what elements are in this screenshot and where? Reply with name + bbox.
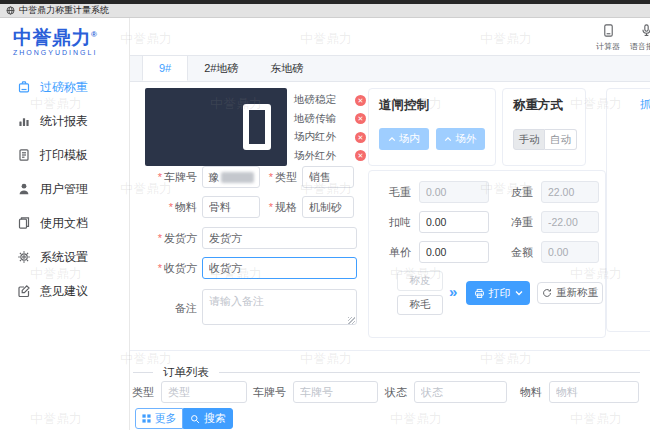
sidebar-item-reports[interactable]: 统计报表 <box>0 104 129 138</box>
filter-type-label: 类型 <box>132 385 154 400</box>
scale-status-list: 地磅稳定 ✕ 地磅传输 ✕ 场内红外 ✕ 场外红外 ✕ <box>294 91 366 165</box>
filter-state: 状态 <box>385 381 507 403</box>
deduct-input[interactable] <box>419 211 489 233</box>
more-button[interactable]: 更多 <box>135 408 183 429</box>
registered-mark: ® <box>91 30 97 39</box>
search-button[interactable]: 搜索 <box>183 408 233 429</box>
capture-link[interactable]: 抓拍 <box>640 98 650 110</box>
document-icon <box>17 216 31 230</box>
filter-state-input[interactable] <box>414 381 507 403</box>
sidebar-item-label: 使用文档 <box>40 215 88 232</box>
status-label: 场外红外 <box>294 149 336 163</box>
filter-state-label: 状态 <box>385 385 407 400</box>
status-scale-transmit: 地磅传输 ✕ <box>294 110 366 129</box>
filter-type: 类型 <box>132 381 247 403</box>
mode-manual-button[interactable]: 手动 <box>513 129 545 150</box>
refresh-icon <box>542 288 552 298</box>
weigh-mode-title: 称重方式 <box>513 97 575 114</box>
calculator-label: 计算器 <box>590 41 626 52</box>
sidebar-item-weighing[interactable]: 过磅称重 <box>0 70 129 104</box>
gross-input <box>419 181 489 203</box>
sidebar-item-label: 意见建议 <box>40 283 88 300</box>
window-title: 中誉鼎力称重计量系统 <box>19 4 109 17</box>
plate-label: 车牌号 <box>145 170 202 185</box>
chevron-up-icon <box>388 136 396 142</box>
sidebar: 中誉鼎力® ZHONGYUDINGLI 过磅称重 统计报表 <box>0 18 130 430</box>
capture-card: 抓拍 <box>606 88 650 332</box>
brand-name: 中誉鼎力® <box>13 25 129 48</box>
sidebar-item-label: 用户管理 <box>40 181 88 198</box>
gross-label: 毛重 <box>377 185 411 200</box>
sidebar-item-feedback[interactable]: 意见建议 <box>0 274 129 308</box>
remark-textarea[interactable] <box>202 289 357 325</box>
error-circle-icon: ✕ <box>355 132 366 143</box>
amount-label: 金额 <box>499 245 533 260</box>
sidebar-item-settings[interactable]: 系统设置 <box>0 240 129 274</box>
status-infrared-out: 场外红外 ✕ <box>294 147 366 166</box>
spec-input[interactable] <box>302 196 354 218</box>
calculator-icon <box>602 24 615 37</box>
status-infrared-in: 场内红外 ✕ <box>294 128 366 147</box>
sidebar-item-users[interactable]: 用户管理 <box>0 172 129 206</box>
section-divider <box>130 350 650 351</box>
microphone-icon <box>640 24 650 37</box>
sender-label: 发货方 <box>145 231 202 246</box>
reweigh-button[interactable]: 重新称重 <box>537 282 603 304</box>
plate-input[interactable]: 豫 <box>202 166 260 188</box>
status-scale-stable: 地磅稳定 ✕ <box>294 91 366 110</box>
sidebar-item-print-template[interactable]: 打印模板 <box>0 138 129 172</box>
search-icon <box>190 414 200 424</box>
deduct-label: 扣吨 <box>377 215 411 230</box>
weights-card: 毛重 皮重 扣吨 净重 单价 金额 称皮 称 <box>368 170 606 338</box>
status-label: 地磅稳定 <box>294 93 336 107</box>
brand-subtitle: ZHONGYUDINGLI <box>13 49 129 56</box>
price-label: 单价 <box>377 245 411 260</box>
sidebar-menu: 过磅称重 统计报表 打印模板 <box>0 70 129 308</box>
remark-label: 备注 <box>145 301 202 316</box>
weigh-gross-button[interactable]: 称毛 <box>397 295 443 315</box>
mode-auto-button[interactable]: 自动 <box>545 129 577 150</box>
reweigh-label: 重新称重 <box>556 286 598 300</box>
chevron-down-icon <box>515 290 523 296</box>
receiver-input[interactable] <box>202 257 357 279</box>
gate-in-button[interactable]: 场内 <box>379 128 429 150</box>
weigh-tare-button[interactable]: 称皮 <box>397 271 443 291</box>
print-button[interactable]: 打印 <box>466 281 530 305</box>
tab-scale-9[interactable]: 9# <box>142 56 188 81</box>
calculator-tool[interactable]: 计算器 <box>590 24 626 52</box>
orders-actions: 更多 搜索 <box>135 408 233 429</box>
net-label: 净重 <box>499 215 533 230</box>
filter-material-input[interactable] <box>549 381 639 403</box>
orders-section-title: 订单列表 <box>153 366 219 379</box>
gate-control-card: 道闸控制 场内 场外 <box>368 88 496 166</box>
print-template-icon <box>17 148 31 162</box>
filter-plate-input[interactable] <box>293 381 378 403</box>
printer-icon <box>474 288 485 299</box>
chevron-up-icon <box>444 136 452 142</box>
bar-chart-icon <box>17 114 31 128</box>
sidebar-item-label: 系统设置 <box>40 249 88 266</box>
sender-input[interactable] <box>202 227 357 249</box>
filter-type-input[interactable] <box>161 381 247 403</box>
gate-control-title: 道闸控制 <box>379 97 485 114</box>
tab-scale-east[interactable]: 东地磅 <box>255 56 320 81</box>
type-input[interactable] <box>302 166 354 188</box>
gate-out-label: 场外 <box>455 132 476 146</box>
spec-label: 规格 <box>260 200 302 215</box>
user-icon <box>17 182 31 196</box>
status-label: 地磅传输 <box>294 112 336 126</box>
receiver-label: 收货方 <box>145 261 202 276</box>
orders-divider: 订单列表 <box>133 366 640 378</box>
tab-scale-2[interactable]: 2#地磅 <box>188 56 254 81</box>
price-input[interactable] <box>419 241 489 263</box>
material-input[interactable] <box>202 196 260 218</box>
grid-icon <box>142 414 151 423</box>
gate-out-button[interactable]: 场外 <box>436 128 486 150</box>
print-label: 打印 <box>489 286 511 301</box>
voice-broadcast-tool[interactable]: 语音播报 <box>628 24 650 52</box>
sidebar-item-label: 过磅称重 <box>40 79 88 96</box>
gate-in-label: 场内 <box>399 132 420 146</box>
app-window: 中誉鼎力中誉鼎力中誉鼎力中誉鼎力中誉鼎力中誉鼎力中誉鼎力中誉鼎力中誉鼎力中誉鼎力… <box>0 0 650 430</box>
sidebar-item-docs[interactable]: 使用文档 <box>0 206 129 240</box>
error-circle-icon: ✕ <box>355 150 366 161</box>
